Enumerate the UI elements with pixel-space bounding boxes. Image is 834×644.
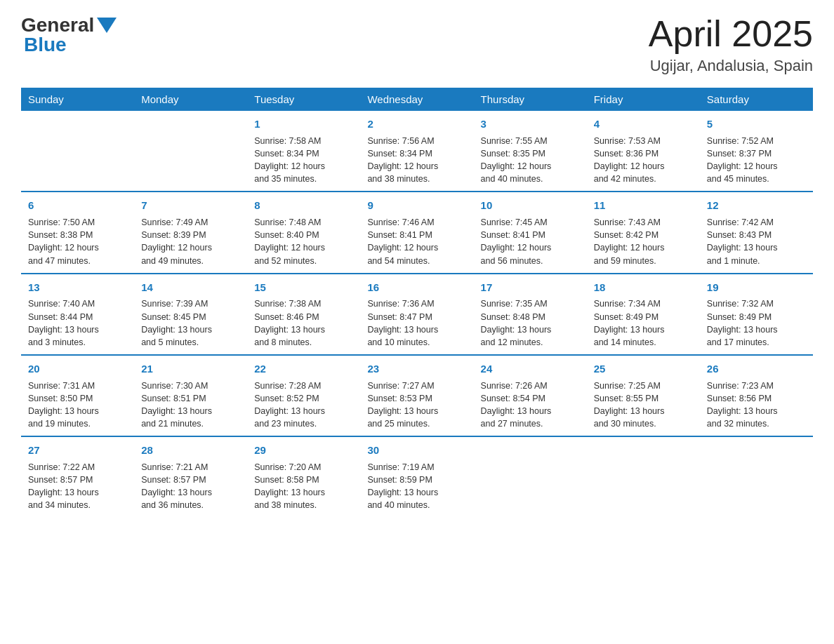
- weekday-header: Friday: [587, 88, 700, 111]
- calendar-cell: 28Sunrise: 7:21 AM Sunset: 8:57 PM Dayli…: [134, 436, 247, 517]
- day-info: Sunrise: 7:35 AM Sunset: 8:48 PM Dayligh…: [481, 297, 580, 349]
- calendar-week-row: 1Sunrise: 7:58 AM Sunset: 8:34 PM Daylig…: [21, 111, 813, 192]
- day-info: Sunrise: 7:49 AM Sunset: 8:39 PM Dayligh…: [141, 216, 240, 267]
- day-info: Sunrise: 7:30 AM Sunset: 8:51 PM Dayligh…: [141, 380, 240, 431]
- calendar-cell: 13Sunrise: 7:40 AM Sunset: 8:44 PM Dayli…: [21, 274, 134, 355]
- day-info: Sunrise: 7:56 AM Sunset: 8:34 PM Dayligh…: [367, 135, 466, 186]
- calendar-week-row: 27Sunrise: 7:22 AM Sunset: 8:57 PM Dayli…: [21, 436, 813, 517]
- day-number: 28: [141, 443, 240, 458]
- calendar-cell: 25Sunrise: 7:25 AM Sunset: 8:55 PM Dayli…: [587, 355, 700, 436]
- calendar-cell: 21Sunrise: 7:30 AM Sunset: 8:51 PM Dayli…: [134, 355, 247, 436]
- month-title: April 2025: [649, 14, 813, 54]
- calendar-cell: 16Sunrise: 7:36 AM Sunset: 8:47 PM Dayli…: [360, 274, 473, 355]
- day-info: Sunrise: 7:52 AM Sunset: 8:37 PM Dayligh…: [707, 135, 806, 186]
- calendar-cell: 14Sunrise: 7:39 AM Sunset: 8:45 PM Dayli…: [134, 274, 247, 355]
- calendar-cell: [587, 436, 700, 517]
- day-info: Sunrise: 7:19 AM Sunset: 8:59 PM Dayligh…: [367, 461, 466, 512]
- calendar-week-row: 20Sunrise: 7:31 AM Sunset: 8:50 PM Dayli…: [21, 355, 813, 436]
- day-info: Sunrise: 7:50 AM Sunset: 8:38 PM Dayligh…: [28, 216, 127, 267]
- day-info: Sunrise: 7:43 AM Sunset: 8:42 PM Dayligh…: [594, 216, 693, 267]
- calendar-cell: 26Sunrise: 7:23 AM Sunset: 8:56 PM Dayli…: [700, 355, 813, 436]
- day-number: 27: [28, 443, 127, 458]
- day-info: Sunrise: 7:42 AM Sunset: 8:43 PM Dayligh…: [707, 216, 806, 267]
- weekday-header: Wednesday: [360, 88, 473, 111]
- calendar-cell: 30Sunrise: 7:19 AM Sunset: 8:59 PM Dayli…: [360, 436, 473, 517]
- day-info: Sunrise: 7:21 AM Sunset: 8:57 PM Dayligh…: [141, 461, 240, 512]
- day-info: Sunrise: 7:55 AM Sunset: 8:35 PM Dayligh…: [481, 135, 580, 186]
- day-number: 4: [594, 116, 693, 132]
- day-number: 20: [28, 361, 127, 377]
- day-number: 23: [367, 361, 466, 377]
- day-info: Sunrise: 7:20 AM Sunset: 8:58 PM Dayligh…: [254, 461, 353, 512]
- calendar-cell: 7Sunrise: 7:49 AM Sunset: 8:39 PM Daylig…: [134, 192, 247, 273]
- day-number: 14: [141, 280, 240, 295]
- header-row: SundayMondayTuesdayWednesdayThursdayFrid…: [21, 88, 813, 111]
- day-info: Sunrise: 7:53 AM Sunset: 8:36 PM Dayligh…: [594, 135, 693, 186]
- day-number: 11: [594, 198, 693, 213]
- day-number: 30: [367, 443, 466, 458]
- calendar-cell: 10Sunrise: 7:45 AM Sunset: 8:41 PM Dayli…: [474, 192, 587, 273]
- calendar-cell: 22Sunrise: 7:28 AM Sunset: 8:52 PM Dayli…: [247, 355, 360, 436]
- location-text: Ugijar, Andalusia, Spain: [649, 57, 813, 75]
- calendar-cell: 6Sunrise: 7:50 AM Sunset: 8:38 PM Daylig…: [21, 192, 134, 273]
- day-info: Sunrise: 7:28 AM Sunset: 8:52 PM Dayligh…: [254, 380, 353, 431]
- calendar-cell: 3Sunrise: 7:55 AM Sunset: 8:35 PM Daylig…: [474, 111, 587, 192]
- logo-triangle-icon: [97, 18, 117, 33]
- day-info: Sunrise: 7:36 AM Sunset: 8:47 PM Dayligh…: [367, 297, 466, 349]
- day-number: 15: [254, 280, 353, 295]
- calendar-cell: 18Sunrise: 7:34 AM Sunset: 8:49 PM Dayli…: [587, 274, 700, 355]
- day-number: 1: [254, 116, 353, 132]
- day-number: 18: [594, 280, 693, 295]
- day-info: Sunrise: 7:45 AM Sunset: 8:41 PM Dayligh…: [481, 216, 580, 267]
- day-info: Sunrise: 7:48 AM Sunset: 8:40 PM Dayligh…: [254, 216, 353, 267]
- calendar-cell: 20Sunrise: 7:31 AM Sunset: 8:50 PM Dayli…: [21, 355, 134, 436]
- day-number: 24: [481, 361, 580, 377]
- day-number: 19: [707, 280, 806, 295]
- day-number: 6: [28, 198, 127, 213]
- calendar-cell: 27Sunrise: 7:22 AM Sunset: 8:57 PM Dayli…: [21, 436, 134, 517]
- calendar-cell: 19Sunrise: 7:32 AM Sunset: 8:49 PM Dayli…: [700, 274, 813, 355]
- day-info: Sunrise: 7:26 AM Sunset: 8:54 PM Dayligh…: [481, 380, 580, 431]
- day-number: 2: [367, 116, 466, 132]
- day-info: Sunrise: 7:58 AM Sunset: 8:34 PM Dayligh…: [254, 135, 353, 186]
- calendar-cell: 29Sunrise: 7:20 AM Sunset: 8:58 PM Dayli…: [247, 436, 360, 517]
- calendar-cell: 5Sunrise: 7:52 AM Sunset: 8:37 PM Daylig…: [700, 111, 813, 192]
- title-section: April 2025 Ugijar, Andalusia, Spain: [649, 14, 813, 75]
- calendar-cell: 4Sunrise: 7:53 AM Sunset: 8:36 PM Daylig…: [587, 111, 700, 192]
- day-number: 17: [481, 280, 580, 295]
- day-info: Sunrise: 7:39 AM Sunset: 8:45 PM Dayligh…: [141, 297, 240, 349]
- day-info: Sunrise: 7:23 AM Sunset: 8:56 PM Dayligh…: [707, 380, 806, 431]
- day-info: Sunrise: 7:31 AM Sunset: 8:50 PM Dayligh…: [28, 380, 127, 431]
- day-number: 10: [481, 198, 580, 213]
- day-number: 3: [481, 116, 580, 132]
- day-info: Sunrise: 7:46 AM Sunset: 8:41 PM Dayligh…: [367, 216, 466, 267]
- calendar-cell: [474, 436, 587, 517]
- weekday-header: Tuesday: [247, 88, 360, 111]
- day-number: 26: [707, 361, 806, 377]
- calendar-cell: 17Sunrise: 7:35 AM Sunset: 8:48 PM Dayli…: [474, 274, 587, 355]
- day-number: 13: [28, 280, 127, 295]
- day-number: 7: [141, 198, 240, 213]
- day-number: 25: [594, 361, 693, 377]
- day-number: 22: [254, 361, 353, 377]
- weekday-header: Monday: [134, 88, 247, 111]
- day-info: Sunrise: 7:27 AM Sunset: 8:53 PM Dayligh…: [367, 380, 466, 431]
- day-number: 5: [707, 116, 806, 132]
- day-info: Sunrise: 7:32 AM Sunset: 8:49 PM Dayligh…: [707, 297, 806, 349]
- weekday-header: Thursday: [474, 88, 587, 111]
- day-number: 9: [367, 198, 466, 213]
- calendar-table: SundayMondayTuesdayWednesdayThursdayFrid…: [21, 88, 813, 517]
- calendar-cell: 24Sunrise: 7:26 AM Sunset: 8:54 PM Dayli…: [474, 355, 587, 436]
- calendar-cell: 15Sunrise: 7:38 AM Sunset: 8:46 PM Dayli…: [247, 274, 360, 355]
- calendar-cell: 9Sunrise: 7:46 AM Sunset: 8:41 PM Daylig…: [360, 192, 473, 273]
- day-number: 8: [254, 198, 353, 213]
- page-header: General Blue April 2025 Ugijar, Andalusi…: [21, 14, 813, 75]
- calendar-cell: [700, 436, 813, 517]
- logo-blue-text: Blue: [24, 34, 67, 55]
- day-info: Sunrise: 7:40 AM Sunset: 8:44 PM Dayligh…: [28, 297, 127, 349]
- calendar-cell: [134, 111, 247, 192]
- calendar-cell: 11Sunrise: 7:43 AM Sunset: 8:42 PM Dayli…: [587, 192, 700, 273]
- calendar-cell: 1Sunrise: 7:58 AM Sunset: 8:34 PM Daylig…: [247, 111, 360, 192]
- day-info: Sunrise: 7:34 AM Sunset: 8:49 PM Dayligh…: [594, 297, 693, 349]
- weekday-header: Saturday: [700, 88, 813, 111]
